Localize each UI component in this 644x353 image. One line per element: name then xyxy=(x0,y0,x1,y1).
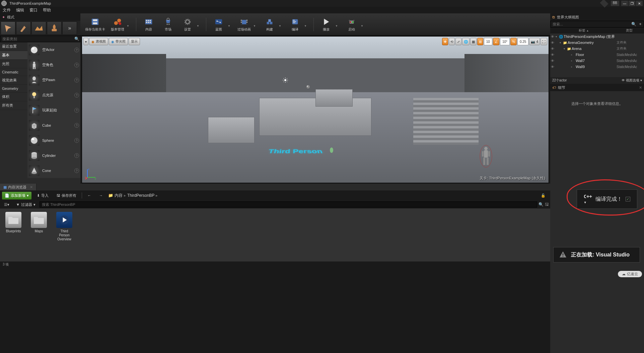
market-button[interactable]: 市场 xyxy=(160,15,176,34)
visibility-eye-icon[interactable]: 👁 xyxy=(551,65,556,69)
actor-item[interactable]: 空Pawn? xyxy=(27,72,80,87)
menu-edit[interactable]: 编辑 xyxy=(16,7,24,13)
outliner-row[interactable]: 👁▫FloorStaticMeshAc xyxy=(550,52,644,58)
outliner-row[interactable]: 👁▫Wall7StaticMeshAc xyxy=(550,58,644,64)
category-item[interactable]: 所有类 xyxy=(0,101,27,110)
viewport-projection-button[interactable]: ◉透视图 xyxy=(89,38,108,45)
outliner-row[interactable]: 👁▾📁Arena文件夹 xyxy=(550,46,644,52)
visibility-eye-icon[interactable]: 👁 xyxy=(551,47,556,51)
help-icon[interactable]: ? xyxy=(74,108,79,113)
visibility-eye-icon[interactable]: 👁 xyxy=(551,41,556,45)
settings-button[interactable]: 设置▼ xyxy=(179,15,196,34)
search-icon[interactable]: 🔍 xyxy=(539,202,544,207)
transform-scale-button[interactable]: ⤢ xyxy=(455,38,461,45)
category-item[interactable]: Geometry xyxy=(0,85,27,93)
menu-file[interactable]: 文件 xyxy=(3,7,11,13)
outliner-search-input[interactable] xyxy=(551,21,630,27)
import-button[interactable]: ⬇ 导入 xyxy=(34,192,51,199)
viewport-menu-button[interactable]: ▾ xyxy=(83,38,88,45)
nav-back-button[interactable]: ← xyxy=(85,192,94,199)
cinematic-button[interactable]: 过场动画▼ xyxy=(236,15,253,34)
landscape-mode-button[interactable] xyxy=(31,21,46,35)
expand-icon[interactable]: ▾ xyxy=(556,35,559,38)
menu-window[interactable]: 窗口 xyxy=(29,7,38,13)
save-search-icon[interactable]: 🖫 xyxy=(545,202,549,207)
help-icon[interactable]: ? xyxy=(74,168,79,173)
search-icon[interactable]: 🔍 xyxy=(630,21,637,27)
outliner-col-type[interactable]: 类型 xyxy=(616,28,643,33)
viewport-maximize-button[interactable]: ⛶ xyxy=(541,38,547,45)
asset-item[interactable]: ThirdPersonOverview xyxy=(54,212,74,241)
help-icon[interactable]: ? xyxy=(74,138,79,143)
dropdown-arrow-icon[interactable]: ▼ xyxy=(304,24,307,27)
camera-speed-button[interactable]: 📷4 xyxy=(529,38,540,45)
surface-snap-button[interactable]: ▦ xyxy=(470,38,477,45)
menu-help[interactable]: 帮助 xyxy=(43,7,51,13)
details-tab[interactable]: 🏷 细节 ✕ xyxy=(550,84,644,91)
more-modes-button[interactable]: » xyxy=(62,21,77,35)
dropdown-arrow-icon[interactable]: ▼ xyxy=(361,24,363,27)
dropdown-arrow-icon[interactable]: ▼ xyxy=(253,24,256,27)
close-tab-icon[interactable]: ✕ xyxy=(30,185,33,189)
viewport-viewmode-button[interactable]: ◉带光照 xyxy=(109,38,128,45)
actor-item[interactable]: 空角色? xyxy=(27,57,80,72)
outliner-col-label[interactable]: 标签 xyxy=(579,28,585,32)
scale-snap-button[interactable]: % xyxy=(510,38,517,45)
help-icon[interactable]: ? xyxy=(74,93,79,98)
dropdown-arrow-icon[interactable]: ▼ xyxy=(197,24,199,27)
source-button[interactable]: 版本管理▼ xyxy=(109,15,126,34)
outliner-tab[interactable]: ⧉ 世界大纲视图 xyxy=(550,13,644,21)
help-icon[interactable]: ? xyxy=(74,78,79,82)
foliage-mode-button[interactable] xyxy=(47,21,62,35)
build-button[interactable]: 构建▼ xyxy=(261,15,278,34)
viewport-scene[interactable]: Third Person zyx 关卡: ThirdPersonExampleM… xyxy=(82,37,549,183)
viewport[interactable]: ▾ ◉透视图 ◉带光照 显示 ✥ ⟲ ⤢ 🌐 ▦ ⊞ 10 ∠ 10° % 0.… xyxy=(82,36,549,183)
visibility-eye-icon[interactable]: 👁 xyxy=(551,53,556,57)
add-filter-icon[interactable]: + xyxy=(637,21,644,27)
folder-icon[interactable]: 📁 xyxy=(108,193,113,198)
visibility-eye-icon[interactable]: 👁 xyxy=(551,35,556,39)
content-search-input[interactable] xyxy=(40,201,537,208)
outliner-row[interactable]: 👁▾📁ArenaGeometry文件夹 xyxy=(550,40,644,46)
actor-item[interactable]: Cone? xyxy=(27,163,80,178)
category-item[interactable]: 光照 xyxy=(0,60,27,68)
angle-snap-value[interactable]: 10° xyxy=(500,38,510,45)
place-mode-button[interactable] xyxy=(1,21,15,35)
actor-item[interactable]: Cylinder? xyxy=(27,148,80,163)
grid-snap-value[interactable]: 10 xyxy=(484,38,492,45)
outliner-row[interactable]: 👁▾🌐ThirdPersonExampleMap (世界 xyxy=(550,34,644,40)
expand-icon[interactable]: ▾ xyxy=(560,41,563,44)
actor-item[interactable]: Cube? xyxy=(27,118,80,133)
nav-fwd-button[interactable]: → xyxy=(96,192,105,199)
content-browser-tab[interactable]: ▦ 内容浏览器 ✕ xyxy=(0,184,37,190)
search-icon[interactable]: 🔍 xyxy=(73,36,80,42)
breadcrumb-folder[interactable]: ThirdPersonBP xyxy=(127,193,154,198)
lock-button[interactable]: 🔓 xyxy=(538,192,548,199)
help-icon[interactable]: ? xyxy=(74,123,79,128)
breadcrumb-root[interactable]: 内容 xyxy=(115,193,123,198)
minimize-button[interactable]: — xyxy=(621,1,628,6)
help-icon[interactable]: ? xyxy=(74,153,79,158)
save-all-button[interactable]: 🖫 保存所有 xyxy=(54,192,79,199)
visibility-eye-icon[interactable]: 👁 xyxy=(551,59,556,63)
dropdown-arrow-icon[interactable]: ▼ xyxy=(279,24,281,27)
category-item[interactable]: 体积 xyxy=(0,93,27,101)
expand-icon[interactable]: ▾ xyxy=(564,47,567,50)
category-item[interactable]: 最近放置 xyxy=(0,42,27,51)
angle-snap-button[interactable]: ∠ xyxy=(493,38,499,45)
viewport-show-button[interactable]: 显示 xyxy=(129,38,140,45)
user-badge[interactable]: BB xyxy=(611,1,619,6)
play-button[interactable]: 播放▼ xyxy=(318,15,335,34)
actor-item[interactable]: 空Actor? xyxy=(27,42,80,57)
transform-rotate-button[interactable]: ⟲ xyxy=(449,38,455,45)
modes-tab[interactable]: ✦ 模式 xyxy=(0,13,80,21)
filters-button[interactable]: ▼过滤器▾ xyxy=(13,201,38,209)
compile-button[interactable]: 编译▼ xyxy=(287,15,303,34)
maximize-button[interactable]: ❐ xyxy=(629,1,635,6)
dropdown-arrow-icon[interactable]: ▼ xyxy=(127,24,129,27)
actor-item[interactable]: Sphere? xyxy=(27,133,80,148)
asset-item[interactable]: Blueprints xyxy=(3,212,23,233)
scale-snap-value[interactable]: 0.25 xyxy=(517,38,528,45)
transform-select-button[interactable]: ✥ xyxy=(442,38,448,45)
content-button[interactable]: 内容 xyxy=(140,15,157,34)
